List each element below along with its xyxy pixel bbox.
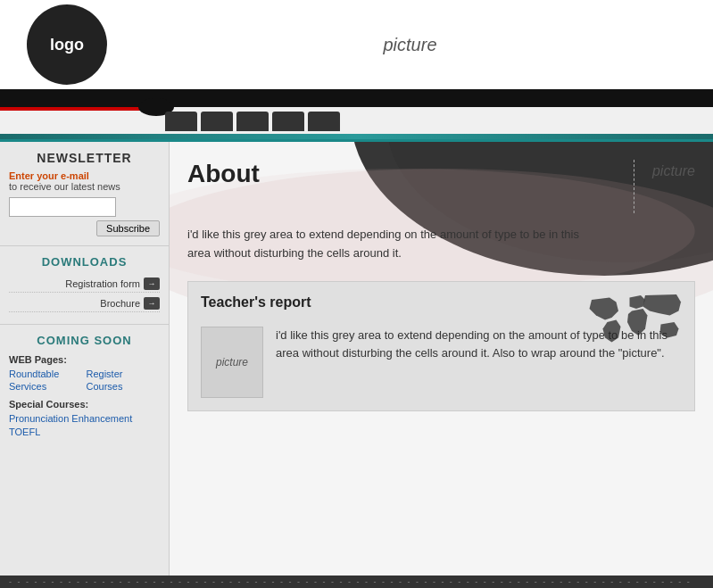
header-top: logo picture bbox=[0, 0, 713, 89]
header-picture: picture bbox=[107, 35, 713, 55]
newsletter-section: NEWSLETTER Enter your e-mail to receive … bbox=[0, 142, 169, 246]
link-roundtable[interactable]: Roundtable bbox=[9, 369, 83, 379]
header-picture-label: picture bbox=[383, 35, 436, 55]
newsletter-title: NEWSLETTER bbox=[9, 151, 160, 165]
header-bar bbox=[0, 89, 713, 107]
link-pronunciation[interactable]: Pronunciation Enhancement bbox=[9, 413, 160, 424]
nav-tab-1[interactable] bbox=[165, 112, 197, 131]
subscribe-button[interactable]: Subscribe bbox=[96, 220, 160, 236]
web-pages-heading: WEB Pages: bbox=[9, 354, 160, 365]
newsletter-sub-text: to receive our latest news bbox=[9, 181, 160, 192]
report-picture-label: picture bbox=[216, 356, 248, 369]
header: logo picture bbox=[0, 0, 713, 107]
nav-tab-3[interactable] bbox=[236, 112, 269, 131]
page-footer: - - - - - - - - - - - - - - - - - - - - … bbox=[0, 576, 713, 588]
nav-tab-5[interactable] bbox=[308, 112, 340, 131]
logo: logo bbox=[27, 4, 107, 85]
about-body: i'd like this grey area to extend depend… bbox=[187, 226, 598, 263]
sidebar: NEWSLETTER Enter your e-mail to receive … bbox=[0, 142, 170, 576]
page-wrapper: logo picture NEWSLETTER Enter yo bbox=[0, 0, 713, 588]
teachers-report-title: Teacher's report bbox=[201, 294, 311, 311]
about-right: picture bbox=[616, 160, 695, 213]
footer-dashes: - - - - - - - - - - - - - - - - - - - - … bbox=[9, 577, 692, 586]
about-section: About picture i'd like this grey area to… bbox=[187, 160, 695, 263]
nav-bar bbox=[0, 109, 713, 134]
about-header: About picture bbox=[187, 160, 695, 213]
newsletter-email-link[interactable]: Enter your e-mail bbox=[9, 170, 160, 181]
main-panel: About picture i'd like this grey area to… bbox=[170, 142, 713, 576]
link-toefl[interactable]: TOEFL bbox=[9, 427, 160, 437]
web-links: Roundtable Register Services Courses bbox=[9, 369, 160, 392]
download-registration[interactable]: Registration form → bbox=[9, 276, 160, 293]
download-brochure-label: Brochure bbox=[100, 298, 140, 309]
about-dashed-divider bbox=[634, 160, 634, 213]
nav-tab-2[interactable] bbox=[201, 112, 233, 131]
link-courses[interactable]: Courses bbox=[87, 381, 161, 392]
main-content: NEWSLETTER Enter your e-mail to receive … bbox=[0, 142, 713, 576]
special-courses-heading: Special Courses: bbox=[9, 399, 160, 410]
link-services[interactable]: Services bbox=[9, 381, 83, 392]
world-map-icon bbox=[587, 291, 685, 349]
download-registration-arrow: → bbox=[144, 277, 160, 290]
newsletter-form: Subscribe bbox=[9, 197, 160, 236]
teachers-report-section: Teacher's report picture i'd like this g… bbox=[187, 281, 695, 411]
logo-text: logo bbox=[50, 36, 84, 54]
nav-tab-4[interactable] bbox=[272, 112, 304, 131]
about-picture-label: picture bbox=[652, 163, 695, 179]
special-links: Pronunciation Enhancement TOEFL bbox=[9, 413, 160, 437]
link-register[interactable]: Register bbox=[87, 369, 161, 379]
email-input[interactable] bbox=[9, 197, 116, 217]
download-brochure-arrow: → bbox=[144, 297, 160, 310]
downloads-title: DOWNLOADS bbox=[9, 255, 160, 269]
download-brochure[interactable]: Brochure → bbox=[9, 295, 160, 312]
report-picture: picture bbox=[201, 327, 263, 398]
coming-soon-section: COMING SOON WEB Pages: Roundtable Regist… bbox=[0, 325, 169, 446]
download-registration-label: Registration form bbox=[65, 278, 140, 289]
about-title: About bbox=[187, 160, 260, 188]
coming-soon-title: COMING SOON bbox=[9, 334, 160, 347]
downloads-section: DOWNLOADS Registration form → Brochure → bbox=[0, 246, 169, 325]
main-panel-inner: About picture i'd like this grey area to… bbox=[170, 142, 713, 429]
